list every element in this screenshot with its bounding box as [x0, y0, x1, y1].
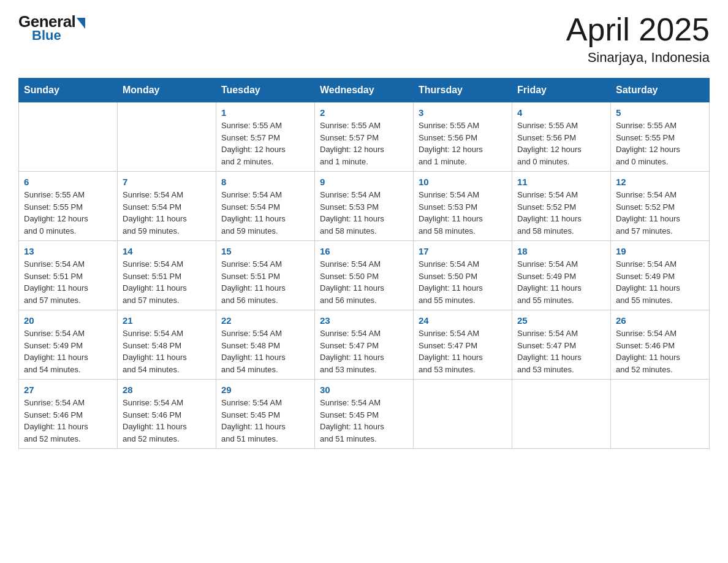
day-number: 8 [221, 177, 309, 187]
day-info: Sunrise: 5:54 AM Sunset: 5:50 PM Dayligh… [320, 258, 408, 306]
day-cell: 6Sunrise: 5:55 AM Sunset: 5:55 PM Daylig… [19, 172, 118, 241]
day-number: 23 [320, 315, 408, 326]
page-header: General Blue April 2025 Sinarjaya, Indon… [18, 12, 710, 66]
day-number: 27 [24, 385, 112, 395]
day-cell: 3Sunrise: 5:55 AM Sunset: 5:56 PM Daylig… [414, 102, 512, 172]
day-number: 6 [24, 177, 112, 187]
day-info: Sunrise: 5:54 AM Sunset: 5:51 PM Dayligh… [123, 258, 211, 306]
day-info: Sunrise: 5:54 AM Sunset: 5:46 PM Dayligh… [24, 397, 112, 445]
header-cell-monday: Monday [118, 79, 216, 102]
day-info: Sunrise: 5:54 AM Sunset: 5:48 PM Dayligh… [123, 327, 211, 375]
day-number: 21 [123, 315, 211, 326]
logo: General Blue [18, 12, 85, 44]
day-info: Sunrise: 5:54 AM Sunset: 5:47 PM Dayligh… [419, 327, 507, 375]
day-cell: 28Sunrise: 5:54 AM Sunset: 5:46 PM Dayli… [118, 380, 216, 449]
day-info: Sunrise: 5:55 AM Sunset: 5:57 PM Dayligh… [221, 120, 309, 167]
day-info: Sunrise: 5:55 AM Sunset: 5:56 PM Dayligh… [517, 120, 605, 167]
day-info: Sunrise: 5:55 AM Sunset: 5:57 PM Dayligh… [320, 120, 408, 167]
day-number: 17 [419, 246, 507, 256]
month-title: April 2025 [566, 12, 710, 47]
day-info: Sunrise: 5:54 AM Sunset: 5:52 PM Dayligh… [517, 189, 605, 237]
calendar-header: SundayMondayTuesdayWednesdayThursdayFrid… [19, 79, 710, 102]
week-row-2: 13Sunrise: 5:54 AM Sunset: 5:51 PM Dayli… [19, 241, 710, 310]
week-row-4: 27Sunrise: 5:54 AM Sunset: 5:46 PM Dayli… [19, 380, 710, 449]
day-number: 10 [419, 177, 507, 187]
day-info: Sunrise: 5:54 AM Sunset: 5:51 PM Dayligh… [24, 258, 112, 306]
day-cell [414, 380, 512, 449]
day-cell: 14Sunrise: 5:54 AM Sunset: 5:51 PM Dayli… [118, 241, 216, 310]
day-info: Sunrise: 5:55 AM Sunset: 5:56 PM Dayligh… [419, 120, 507, 167]
day-number: 16 [320, 246, 408, 256]
day-number: 28 [123, 385, 211, 395]
day-cell: 1Sunrise: 5:55 AM Sunset: 5:57 PM Daylig… [216, 102, 315, 172]
day-info: Sunrise: 5:54 AM Sunset: 5:54 PM Dayligh… [123, 189, 211, 237]
day-cell: 7Sunrise: 5:54 AM Sunset: 5:54 PM Daylig… [118, 172, 216, 241]
day-info: Sunrise: 5:54 AM Sunset: 5:53 PM Dayligh… [320, 189, 408, 237]
day-number: 11 [517, 177, 605, 187]
header-cell-saturday: Saturday [611, 79, 710, 102]
location: Sinarjaya, Indonesia [566, 50, 710, 66]
calendar-table: SundayMondayTuesdayWednesdayThursdayFrid… [18, 78, 710, 449]
day-cell: 16Sunrise: 5:54 AM Sunset: 5:50 PM Dayli… [315, 241, 414, 310]
title-area: April 2025 Sinarjaya, Indonesia [566, 12, 710, 66]
day-number: 7 [123, 177, 211, 187]
day-cell: 8Sunrise: 5:54 AM Sunset: 5:54 PM Daylig… [216, 172, 315, 241]
day-info: Sunrise: 5:54 AM Sunset: 5:47 PM Dayligh… [517, 327, 605, 375]
day-info: Sunrise: 5:54 AM Sunset: 5:46 PM Dayligh… [123, 397, 211, 445]
day-info: Sunrise: 5:54 AM Sunset: 5:51 PM Dayligh… [221, 258, 309, 306]
day-number: 20 [24, 315, 112, 326]
day-number: 26 [616, 315, 704, 326]
day-info: Sunrise: 5:54 AM Sunset: 5:52 PM Dayligh… [616, 189, 704, 237]
day-cell [611, 380, 710, 449]
day-cell: 10Sunrise: 5:54 AM Sunset: 5:53 PM Dayli… [414, 172, 512, 241]
day-cell: 17Sunrise: 5:54 AM Sunset: 5:50 PM Dayli… [414, 241, 512, 310]
day-info: Sunrise: 5:54 AM Sunset: 5:46 PM Dayligh… [616, 327, 704, 375]
day-number: 25 [517, 315, 605, 326]
calendar-body: 1Sunrise: 5:55 AM Sunset: 5:57 PM Daylig… [19, 102, 710, 449]
day-cell [512, 380, 611, 449]
day-cell [118, 102, 216, 172]
header-cell-sunday: Sunday [19, 79, 118, 102]
day-cell: 27Sunrise: 5:54 AM Sunset: 5:46 PM Dayli… [19, 380, 118, 449]
day-cell: 13Sunrise: 5:54 AM Sunset: 5:51 PM Dayli… [19, 241, 118, 310]
day-number: 30 [320, 385, 408, 395]
day-cell: 20Sunrise: 5:54 AM Sunset: 5:49 PM Dayli… [19, 310, 118, 380]
day-cell: 11Sunrise: 5:54 AM Sunset: 5:52 PM Dayli… [512, 172, 611, 241]
day-number: 24 [419, 315, 507, 326]
day-number: 14 [123, 246, 211, 256]
week-row-1: 6Sunrise: 5:55 AM Sunset: 5:55 PM Daylig… [19, 172, 710, 241]
day-info: Sunrise: 5:55 AM Sunset: 5:55 PM Dayligh… [616, 120, 704, 167]
day-number: 29 [221, 385, 309, 395]
day-number: 3 [419, 107, 507, 118]
header-cell-tuesday: Tuesday [216, 79, 315, 102]
day-number: 9 [320, 177, 408, 187]
day-info: Sunrise: 5:54 AM Sunset: 5:49 PM Dayligh… [616, 258, 704, 306]
header-cell-friday: Friday [512, 79, 611, 102]
day-number: 12 [616, 177, 704, 187]
week-row-3: 20Sunrise: 5:54 AM Sunset: 5:49 PM Dayli… [19, 310, 710, 380]
day-number: 5 [616, 107, 704, 118]
day-cell: 18Sunrise: 5:54 AM Sunset: 5:49 PM Dayli… [512, 241, 611, 310]
day-cell: 4Sunrise: 5:55 AM Sunset: 5:56 PM Daylig… [512, 102, 611, 172]
day-info: Sunrise: 5:54 AM Sunset: 5:49 PM Dayligh… [24, 327, 112, 375]
day-number: 22 [221, 315, 309, 326]
day-info: Sunrise: 5:54 AM Sunset: 5:53 PM Dayligh… [419, 189, 507, 237]
day-number: 19 [616, 246, 704, 256]
day-cell: 24Sunrise: 5:54 AM Sunset: 5:47 PM Dayli… [414, 310, 512, 380]
day-cell: 21Sunrise: 5:54 AM Sunset: 5:48 PM Dayli… [118, 310, 216, 380]
logo-arrow-icon [77, 18, 85, 29]
logo-blue-text: Blue [32, 28, 61, 44]
day-number: 18 [517, 246, 605, 256]
day-cell [19, 102, 118, 172]
day-info: Sunrise: 5:54 AM Sunset: 5:49 PM Dayligh… [517, 258, 605, 306]
day-cell: 9Sunrise: 5:54 AM Sunset: 5:53 PM Daylig… [315, 172, 414, 241]
day-cell: 26Sunrise: 5:54 AM Sunset: 5:46 PM Dayli… [611, 310, 710, 380]
day-number: 2 [320, 107, 408, 118]
day-info: Sunrise: 5:54 AM Sunset: 5:54 PM Dayligh… [221, 189, 309, 237]
day-cell: 22Sunrise: 5:54 AM Sunset: 5:48 PM Dayli… [216, 310, 315, 380]
day-cell: 5Sunrise: 5:55 AM Sunset: 5:55 PM Daylig… [611, 102, 710, 172]
day-cell: 30Sunrise: 5:54 AM Sunset: 5:45 PM Dayli… [315, 380, 414, 449]
header-cell-thursday: Thursday [414, 79, 512, 102]
day-number: 15 [221, 246, 309, 256]
day-info: Sunrise: 5:54 AM Sunset: 5:47 PM Dayligh… [320, 327, 408, 375]
